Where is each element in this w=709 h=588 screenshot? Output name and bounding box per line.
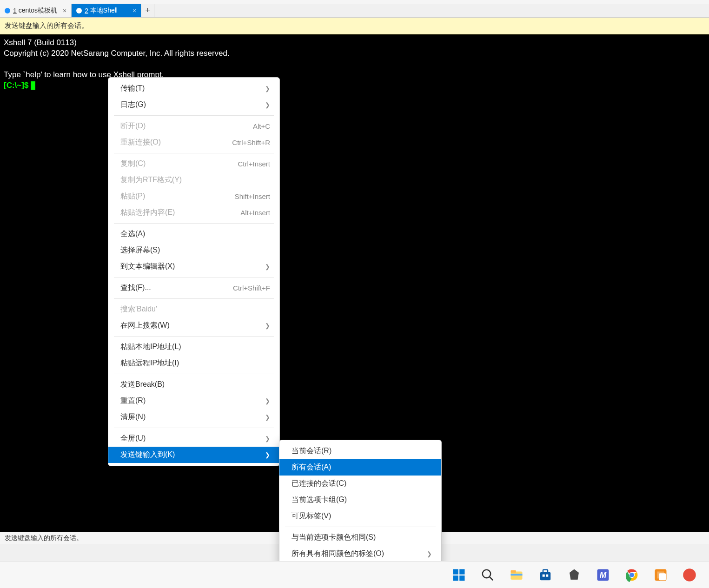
menu-item-label: 重置(R) <box>120 396 260 406</box>
menu-item-label: 断开(D) <box>120 121 253 131</box>
menu-item-label: 全屏(U) <box>120 434 260 443</box>
svg-rect-8 <box>511 574 523 575</box>
menu-separator <box>114 298 274 299</box>
menu-item[interactable]: 传输(T)❯ <box>108 80 279 97</box>
svg-rect-1 <box>459 569 464 574</box>
menu-item-shortcut: Alt+Insert <box>240 209 270 217</box>
menu-item[interactable]: 当前选项卡组(G) <box>279 492 441 508</box>
menu-item[interactable]: 重置(R)❯ <box>108 393 279 409</box>
chrome-icon[interactable] <box>622 565 642 585</box>
svg-rect-11 <box>543 574 545 576</box>
menu-item[interactable]: 全屏(U)❯ <box>108 430 279 447</box>
tab-num: 1 <box>13 7 19 14</box>
menu-item[interactable]: 日志(G)❯ <box>108 97 279 113</box>
menu-item-label: 已连接的会话(C) <box>292 479 432 489</box>
chevron-right-icon: ❯ <box>265 101 270 108</box>
m-app-icon[interactable]: M <box>593 565 613 585</box>
menu-item[interactable]: 查找(F)...Ctrl+Shift+F <box>108 280 279 296</box>
svg-rect-9 <box>540 572 551 580</box>
close-icon[interactable]: × <box>127 7 136 14</box>
titlebar-hint <box>0 0 709 4</box>
menu-item: 搜索'Baidu' <box>108 301 279 317</box>
cursor-icon <box>31 81 35 90</box>
start-icon[interactable] <box>449 565 469 585</box>
tab-bar: 1 centos模板机 × 2 本地Shell × + <box>0 4 709 18</box>
context-menu: 传输(T)❯日志(G)❯断开(D)Alt+C重新连接(O)Ctrl+Shift+… <box>108 77 280 466</box>
obsidian-icon[interactable] <box>564 565 584 585</box>
menu-item[interactable]: 所有具有相同颜色的标签(O)❯ <box>279 546 441 562</box>
menu-item[interactable]: 到文本编辑器(X)❯ <box>108 258 279 275</box>
svg-rect-0 <box>453 569 458 574</box>
menu-item[interactable]: 与当前选项卡颜色相同(S) <box>279 529 441 546</box>
menu-item: 粘贴(P)Shift+Insert <box>108 188 279 205</box>
tab-local-shell[interactable]: 2 本地Shell × <box>72 4 141 17</box>
close-icon[interactable]: × <box>57 7 66 14</box>
menu-separator <box>114 153 274 153</box>
tab-label: centos模板机 <box>19 7 57 15</box>
search-icon[interactable] <box>477 565 498 585</box>
menu-separator <box>285 527 436 527</box>
menu-separator <box>114 374 274 374</box>
menu-item-shortcut: Alt+C <box>253 122 270 130</box>
menu-item[interactable]: 粘贴远程IP地址(I) <box>108 355 279 371</box>
menu-item-label: 发送键输入到(K) <box>120 450 260 460</box>
status-dot-icon <box>5 8 10 13</box>
menu-item[interactable]: 发送Break(B) <box>108 377 279 393</box>
terminal-prompt: [C:\~]$ <box>4 81 31 90</box>
tab-centos[interactable]: 1 centos模板机 × <box>0 4 72 17</box>
chevron-right-icon: ❯ <box>427 550 432 557</box>
menu-item[interactable]: 发送键输入到(K)❯ <box>108 447 279 463</box>
menu-item[interactable]: 当前会话(R) <box>279 443 441 459</box>
menu-item-label: 所有具有相同颜色的标签(O) <box>292 549 422 559</box>
menu-item-label: 查找(F)... <box>120 283 233 293</box>
store-icon[interactable] <box>535 565 556 585</box>
menu-item[interactable]: 已连接的会话(C) <box>279 476 441 492</box>
svg-marker-13 <box>570 569 579 580</box>
svg-point-4 <box>483 569 491 578</box>
chevron-right-icon: ❯ <box>265 85 270 92</box>
chevron-right-icon: ❯ <box>265 435 270 442</box>
menu-item[interactable]: 全选(A) <box>108 226 279 242</box>
explorer-icon[interactable] <box>506 565 527 585</box>
chevron-right-icon: ❯ <box>265 414 270 421</box>
menu-item[interactable]: 在网上搜索(W)❯ <box>108 317 279 334</box>
menu-item: 粘贴选择内容(E)Alt+Insert <box>108 205 279 221</box>
svg-text:M: M <box>600 570 607 580</box>
menu-item[interactable]: 选择屏幕(S) <box>108 242 279 258</box>
menu-item-label: 日志(G) <box>120 100 260 110</box>
menu-item-shortcut: Ctrl+Insert <box>238 160 270 168</box>
status-dot-icon <box>76 8 82 13</box>
svg-rect-2 <box>453 575 458 581</box>
new-tab-button[interactable]: + <box>141 4 154 17</box>
menu-item-label: 与当前选项卡颜色相同(S) <box>292 533 432 542</box>
menu-item-label: 发送Break(B) <box>120 380 270 390</box>
menu-item-label: 粘贴选择内容(E) <box>120 208 240 218</box>
menu-item-label: 当前会话(R) <box>292 446 432 456</box>
menu-item[interactable]: 可见标签(V) <box>279 508 441 524</box>
menu-item-label: 全选(A) <box>120 229 270 239</box>
menu-item[interactable]: 粘贴本地IP地址(L) <box>108 339 279 355</box>
terminal-line: Copyright (c) 2020 NetSarang Computer, I… <box>4 49 230 58</box>
menu-item-label: 粘贴(P) <box>120 192 235 201</box>
menu-item-shortcut: Ctrl+Shift+R <box>232 139 270 146</box>
svg-rect-12 <box>546 574 548 576</box>
svg-rect-3 <box>459 575 464 581</box>
menu-item-shortcut: Ctrl+Shift+F <box>233 284 270 292</box>
menu-item: 复制为RTF格式(Y) <box>108 172 279 188</box>
menu-separator <box>114 428 274 428</box>
menu-item[interactable]: 清屏(N)❯ <box>108 409 279 425</box>
menu-item-label: 粘贴远程IP地址(I) <box>120 358 270 368</box>
vm-icon[interactable] <box>650 565 671 585</box>
menu-separator <box>114 223 274 224</box>
taskbar: M <box>0 561 709 588</box>
chevron-right-icon: ❯ <box>265 451 270 458</box>
svg-rect-10 <box>543 569 548 572</box>
menu-separator <box>114 336 274 337</box>
menu-separator <box>114 277 274 277</box>
menu-item: 断开(D)Alt+C <box>108 118 279 134</box>
app-icon[interactable] <box>679 565 700 585</box>
menu-item-label: 清屏(N) <box>120 412 260 422</box>
svg-line-5 <box>490 576 493 580</box>
menu-item-label: 复制(C) <box>120 159 238 169</box>
menu-item[interactable]: 所有会话(A) <box>279 459 441 476</box>
